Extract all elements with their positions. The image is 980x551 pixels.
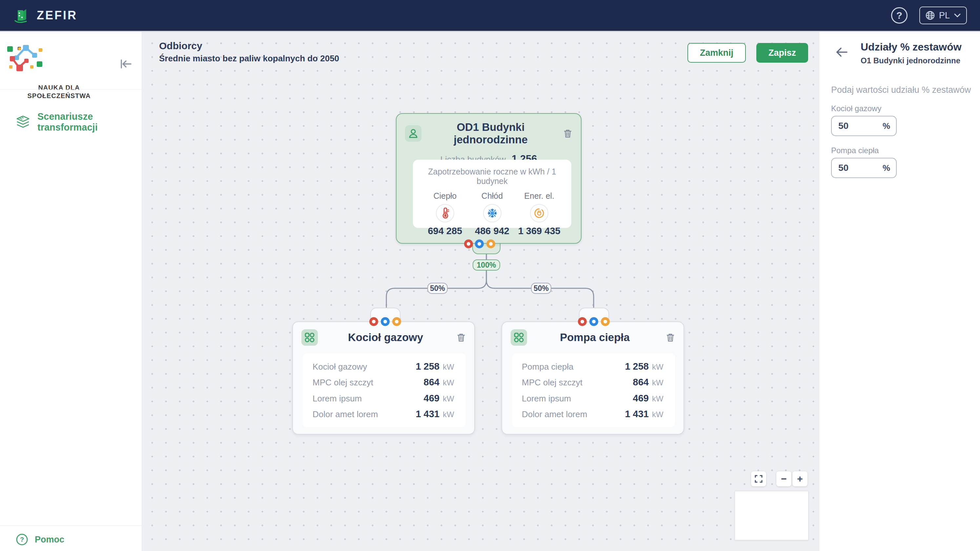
device-row: MPC olej szczyt 864 kW	[313, 377, 456, 388]
zoom-out-button[interactable]: −	[776, 471, 791, 486]
trash-icon	[666, 333, 675, 342]
node-title: OD1 Budynki jednorodzinne	[422, 121, 559, 146]
thermometer-icon	[436, 204, 454, 222]
device-row: Kocioł gazowy 1 258 kW	[313, 361, 456, 372]
edge-root-right	[487, 248, 593, 315]
demand-label-cieplo: Ciepło	[433, 191, 457, 201]
save-button[interactable]: Zapisz	[756, 43, 808, 63]
page-title: Odbiorcy	[159, 40, 202, 51]
panel-subtitle: O1 Budynki jednorodzinne	[861, 56, 960, 65]
handle-right-elec[interactable]	[601, 317, 610, 326]
language-label: PL	[939, 11, 950, 21]
handle-left-cool[interactable]	[381, 317, 390, 326]
sidebar: NAUKA DLA SPOŁECZEŃSTWA Scenariusze tran…	[0, 32, 142, 551]
back-arrow-icon[interactable]	[834, 45, 849, 59]
demand-label-chlod: Chłód	[482, 191, 503, 201]
zefir-logo-icon	[13, 7, 30, 24]
device-rows-card: Kocioł gazowy 1 258 kW MPC olej szczyt 8…	[303, 353, 466, 427]
nauka-logo-icon	[0, 41, 52, 81]
share-input-kociol[interactable]	[832, 117, 871, 135]
device-row: Lorem ipsum 469 kW	[313, 393, 456, 404]
edge-share-root: 100%	[473, 260, 500, 271]
page-subtitle: Średnie miasto bez paliw kopalnych do 20…	[159, 53, 339, 64]
edge-root-left	[387, 248, 487, 315]
sidebar-help-label: Pomoc	[35, 535, 64, 545]
brand: ZEFIR	[13, 7, 77, 24]
flow-canvas[interactable]: Odbiorcy Średnie miasto bez paliw kopaln…	[142, 32, 819, 551]
share-field-kociol: Kocioł gazowy %	[831, 104, 897, 136]
field-label: Kocioł gazowy	[831, 104, 897, 113]
zoom-in-button[interactable]: +	[792, 471, 808, 486]
sidebar-item-label: Scenariusze transformacji	[37, 111, 142, 133]
share-field-pompa: Pompa ciepła %	[831, 146, 897, 178]
plus-icon: +	[797, 473, 803, 484]
edge-share-right: 50%	[531, 283, 551, 294]
handle-right-heat[interactable]	[578, 317, 587, 326]
demand-label-ener: Ener. el.	[524, 191, 554, 201]
shares-panel: Udziały % zestawów O1 Budynki jednorodzi…	[819, 32, 980, 551]
layers-icon	[16, 115, 30, 129]
device-row: Lorem ipsum 469 kW	[522, 393, 665, 404]
edge-share-left: 50%	[427, 283, 448, 294]
close-button[interactable]: Zamknij	[687, 43, 746, 63]
handle-root-heat[interactable]	[464, 239, 473, 248]
handle-root-cool[interactable]	[475, 239, 484, 248]
question-circle-icon: ?	[16, 533, 28, 546]
minus-icon: −	[781, 473, 787, 484]
person-icon	[405, 125, 422, 142]
sidebar-item-scenariusze[interactable]: Scenariusze transformacji	[0, 110, 142, 134]
field-label: Pompa ciepła	[831, 146, 897, 155]
handle-right-cool[interactable]	[589, 317, 598, 326]
device-row: Dolor amet lorem 1 431 kW	[313, 409, 456, 419]
nauka-logo-text: NAUKA DLA SPOŁECZEŃSTWA	[0, 84, 118, 100]
svg-text:?: ?	[20, 536, 24, 543]
brand-name: ZEFIR	[37, 8, 77, 22]
delete-node-button[interactable]	[453, 333, 466, 342]
snowflake-icon	[483, 204, 501, 222]
handle-root-elec[interactable]	[487, 239, 495, 248]
navbar-help-button[interactable]: ?	[891, 7, 907, 24]
device-row: MPC olej szczyt 864 kW	[522, 377, 665, 388]
sidebar-help-item[interactable]: ? Pomoc	[0, 530, 142, 549]
handle-left-heat[interactable]	[369, 317, 378, 326]
percent-unit: %	[883, 163, 890, 173]
share-input-pompa[interactable]	[832, 159, 871, 177]
minimap[interactable]	[735, 491, 808, 540]
nauka-logo: NAUKA DLA SPOŁECZEŃSTWA	[0, 41, 118, 100]
percent-unit: %	[883, 121, 890, 131]
question-icon: ?	[896, 10, 902, 21]
node-title: Kocioł gazowy	[318, 331, 453, 344]
sidebar-bottom-divider	[0, 526, 142, 526]
sidebar-divider	[0, 89, 142, 89]
delete-node-button[interactable]	[559, 129, 572, 139]
edges-layer	[142, 32, 819, 551]
plug-icon	[530, 204, 548, 222]
device-row: Dolor amet lorem 1 431 kW	[522, 409, 665, 419]
demand-card: Zapotrzebowanie roczne w kWh / 1 budynek…	[413, 160, 571, 228]
devices-grid-icon	[301, 329, 318, 346]
panel-helper-text: Podaj wartości udziału % zestawów	[831, 85, 971, 95]
fit-view-icon	[754, 475, 763, 483]
devices-grid-icon	[511, 329, 527, 346]
handle-left-elec[interactable]	[392, 317, 401, 326]
delete-node-button[interactable]	[662, 333, 675, 342]
demand-caption: Zapotrzebowanie roczne w kWh / 1 budynek	[422, 167, 563, 186]
trash-icon	[563, 129, 572, 139]
demand-value-ener: 1 369 435	[518, 226, 560, 236]
top-navbar: ZEFIR ? PL	[0, 0, 980, 32]
node-od1-budynki[interactable]: OD1 Budynki jednorodzinne Liczba budynkó…	[396, 113, 582, 244]
trash-icon	[457, 333, 466, 342]
fit-view-button[interactable]	[751, 471, 766, 486]
globe-icon	[925, 11, 935, 20]
demand-value-chlod: 486 942	[475, 226, 509, 236]
demand-value-cieplo: 694 285	[428, 226, 462, 236]
language-selector[interactable]: PL	[920, 6, 967, 24]
device-row: Pompa ciepła 1 258 kW	[522, 361, 665, 372]
node-pompa-ciepla[interactable]: Pompa ciepła Pompa ciepła 1 258 kW MPC o…	[501, 322, 684, 435]
sidebar-collapse-icon[interactable]	[119, 57, 132, 70]
node-kociol-gazowy[interactable]: Kocioł gazowy Kocioł gazowy 1 258 kW MPC…	[292, 322, 475, 435]
chevron-down-icon	[954, 13, 961, 18]
panel-title: Udziały % zestawów	[861, 41, 962, 53]
node-title: Pompa ciepła	[528, 331, 662, 344]
device-rows-card: Pompa ciepła 1 258 kW MPC olej szczyt 86…	[512, 353, 675, 427]
